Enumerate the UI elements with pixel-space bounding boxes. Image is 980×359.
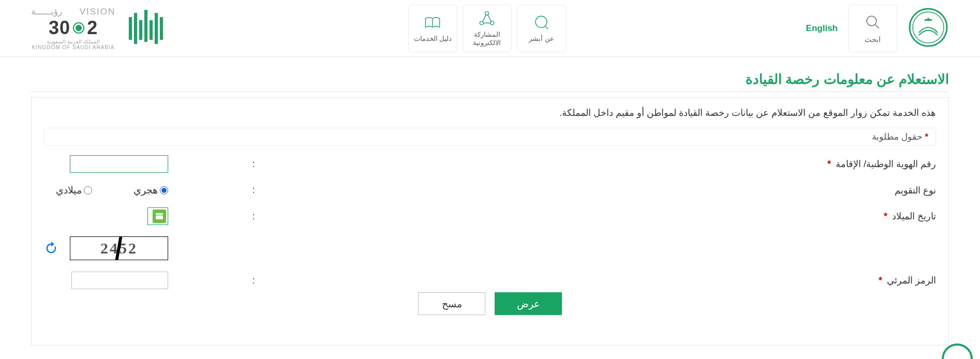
refresh-icon[interactable] (44, 241, 58, 256)
language-switch-link[interactable]: English (806, 23, 838, 34)
vision-en: VISION (80, 7, 116, 17)
nav-services-label: دليل الخدمات (414, 35, 452, 42)
book-icon (424, 14, 441, 32)
visual-code-cell (153, 272, 168, 289)
clear-button[interactable]: مسح (418, 292, 485, 315)
radio-gregorian[interactable]: ميلادي (56, 184, 92, 196)
svg-rect-2 (139, 20, 142, 40)
vision-year-a: 2 (87, 17, 98, 39)
svg-rect-6 (160, 17, 163, 40)
svg-point-8 (485, 11, 489, 15)
nav-epart-l2: الالكترونية (473, 39, 501, 47)
nav-about-label: عن أبشر (529, 35, 554, 42)
captcha-image: 2452 (70, 236, 168, 260)
calendar-radio-group: هجري ميلادي (56, 184, 168, 196)
dob-cell (153, 207, 168, 225)
radio-hijri-label: هجري (133, 184, 158, 196)
visual-code-label: الرمز المرئي * (339, 275, 936, 286)
svg-rect-3 (144, 10, 147, 42)
vision2030-logo: VISION رؤيــــــة 2 30 المملكة العربية ا… (31, 6, 115, 50)
svg-point-9 (480, 21, 484, 25)
svg-rect-13 (925, 19, 932, 21)
id-input[interactable] (70, 155, 168, 173)
nav-services-guide[interactable]: دليل الخدمات (408, 5, 457, 52)
svg-rect-0 (129, 17, 132, 40)
captcha-cell: 2452 (153, 236, 168, 260)
submit-button[interactable]: عرض (495, 292, 562, 315)
colon-1: : (168, 159, 339, 170)
radio-hijri[interactable]: هجري (133, 184, 168, 196)
calendar-icon[interactable] (153, 210, 166, 223)
cursor-icon (532, 14, 550, 32)
brand-cluster: VISION رؤيــــــة 2 30 المملكة العربية ا… (31, 6, 168, 50)
colon-5: : (168, 275, 339, 286)
nav-eparticipation[interactable]: المشاركة الالكترونية (463, 5, 512, 52)
search-tile-label: ابحث (865, 35, 881, 43)
moi-emblem (908, 7, 949, 50)
radio-gregorian-label: ميلادي (56, 184, 82, 196)
svg-rect-1 (134, 13, 137, 44)
share-icon (478, 10, 496, 27)
svg-rect-5 (155, 13, 158, 44)
nav-about[interactable]: عن أبشر (517, 5, 566, 52)
nav-tiles: عن أبشر المشاركة الالكترونية دليل الخدما… (408, 5, 566, 52)
svg-point-7 (536, 16, 547, 27)
svg-rect-4 (150, 20, 153, 40)
svg-point-10 (491, 21, 494, 25)
nav-epart-l1: المشاركة (474, 31, 500, 38)
search-icon (864, 13, 882, 31)
button-row: عرض مسح (44, 292, 936, 315)
colon-2: : (168, 185, 339, 196)
id-label: رقم الهوية الوطنية/ الإقامة * (339, 158, 936, 170)
search-tile[interactable]: ابحث (848, 5, 897, 52)
left-cluster: ابحث English (806, 5, 949, 52)
page-title: الاستعلام عن معلومات رخصة القيادة (31, 71, 949, 92)
vision-ar: رؤيــــــة (31, 7, 62, 17)
vision-ksa-en: KINGDOM OF SAUDI ARABIA (32, 44, 115, 50)
svg-point-14 (867, 16, 877, 26)
radio-gregorian-input[interactable] (84, 186, 92, 195)
id-cell (153, 155, 168, 173)
form-grid: رقم الهوية الوطنية/ الإقامة * : نوع التق… (44, 155, 936, 289)
form-card: هذه الخدمة تمكن زوار الموقع من الاستعلام… (31, 97, 949, 346)
colon-3: : (168, 211, 339, 222)
vision-dot-icon (73, 22, 84, 34)
radio-hijri-input[interactable] (160, 186, 168, 195)
intro-text: هذه الخدمة تمكن زوار الموقع من الاستعلام… (44, 107, 936, 118)
visual-code-input[interactable] (71, 272, 168, 289)
calendar-cell: هجري ميلادي (153, 184, 168, 196)
required-fields-label: حقول مطلوبة (872, 132, 923, 142)
page-header: VISION رؤيــــــة 2 30 المملكة العربية ا… (0, 0, 980, 57)
calendar-type-label: نوع التقويم (339, 185, 936, 196)
floating-help-widget[interactable] (942, 343, 973, 359)
dob-label: تاريخ الميلاد * (339, 211, 936, 222)
vision-ksa-ar: المملكة العربية السعودية (47, 39, 100, 44)
vision-year-b: 30 (49, 17, 70, 39)
required-fields-bar: * حقول مطلوبة (44, 128, 936, 146)
absher-logo (127, 7, 168, 50)
